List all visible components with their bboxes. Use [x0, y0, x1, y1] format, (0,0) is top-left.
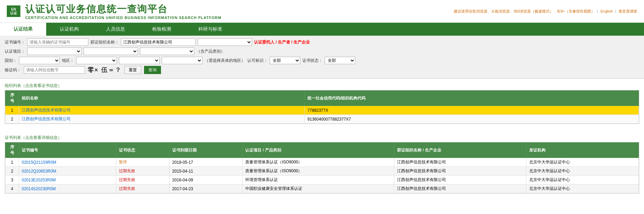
cert-row-org: 江西创声信息技术有限公司	[394, 158, 526, 167]
cert-row-num: 1	[5, 158, 19, 167]
country-select[interactable]	[19, 57, 60, 64]
product-type-label: （含产品类别）	[196, 49, 225, 54]
search-row-3: 国别： 地区： （需选择具体的地区） 认可标识： 全部 证书状态： 全部	[5, 57, 639, 64]
cert-row-no: 02013E20253R0M	[19, 176, 116, 184]
cert-row-status: 过期失效	[116, 176, 169, 184]
cert-no-label: 证书编号：	[5, 39, 25, 45]
table-row[interactable]: 4 02014S20230R0M 过期失效 2017-04-23 中国职业健康安…	[5, 184, 639, 193]
cert-row-num: 4	[5, 184, 19, 193]
nav-item-cert-org[interactable]: 认证机构	[46, 23, 92, 36]
cert-row-num: 3	[5, 176, 19, 184]
captcha-display: 零× 伍＝？	[88, 66, 122, 74]
region-hint: （需选择具体的地区）	[204, 58, 245, 64]
table-row[interactable]: 2 02012Q20653R0M 过期失效 2015-04-11 质量管理体系认…	[5, 167, 639, 176]
cert-section-title[interactable]: 证书列表（点击查看详细信息）	[5, 133, 639, 142]
cert-no-input[interactable]	[27, 38, 88, 46]
cert-item-label: 认证项目：	[5, 49, 25, 54]
search-row-1: 证书编号： 获证组织名称： 认证委托人 / 生产者 / 生产企业	[5, 38, 639, 46]
search-row-captcha: 验证码： 零× 伍＝？ 重置 查询	[5, 66, 639, 74]
cert-row-status: 过期失效	[116, 167, 169, 176]
cert-status-select[interactable]: 全部	[325, 57, 355, 64]
cert-row-item: 质量管理体系认证（ISO9000）	[243, 158, 394, 167]
cert-subitem-select[interactable]	[84, 48, 138, 55]
org-row-num: 2	[5, 115, 19, 124]
org-row-code: 77882377X	[305, 106, 639, 115]
cert-row-org: 江西创声信息技术有限公司	[394, 167, 526, 176]
org-row-name: 江西创声信息技术有限公司	[19, 115, 305, 124]
reset-button[interactable]: 重置	[124, 66, 141, 74]
org-row-code: 91360400077882377X7	[305, 115, 639, 124]
org-section: 组织列表（点击查看证书信息） 序号 组织名称 统一社会信用代码/组织机构代码 1…	[5, 82, 639, 124]
cert-row-no: 02012Q20653R0M	[19, 167, 116, 176]
search-row-2: 认证项目： （含产品类别）	[5, 48, 639, 55]
cert-table-header: 序号 证书编号 证书状态 证书到期日期 认证项目 / 产品类别 获证组织名称 /…	[5, 143, 639, 158]
captcha-input[interactable]	[24, 66, 85, 74]
header: EN认证 认证认可业务信息统一查询平台 CERTIFICATION AND AC…	[0, 0, 644, 23]
table-row[interactable]: 2 江西创声信息技术有限公司 91360400077882377X7	[5, 115, 639, 124]
cert-row-num: 2	[5, 167, 19, 176]
cert-row-issuer: 北京中大华远认证中心	[526, 184, 639, 193]
table-row[interactable]: 3 02013E20253R0M 过期失效 2016-04-09 环境管理体系认…	[5, 176, 639, 184]
cert-row-org: 江西创声信息技术有限公司	[394, 184, 526, 193]
cert-row-issuer: 北京中大华远认证中心	[526, 167, 639, 176]
org-table: 序号 组织名称 统一社会信用代码/组织机构代码 1 江西创声信息技术有限公司 7…	[5, 90, 639, 124]
logo-en: EN认证	[10, 7, 17, 15]
cert-col-item: 认证项目 / 产品类别	[243, 143, 394, 158]
country-label: 国别：	[5, 58, 17, 64]
cert-col-num: 序号	[5, 143, 19, 158]
table-row[interactable]: 1 02015Q21159R0M 暂停 2018-05-17 质量管理体系认证（…	[5, 158, 639, 167]
trust-label: 认证委托人 / 生产者 / 生产企业	[254, 39, 310, 45]
cert-row-org: 江西创声信息技术有限公司	[394, 176, 526, 184]
search-area: 证书编号： 获证组织名称： 认证委托人 / 生产者 / 生产企业 认证项目： （…	[0, 36, 644, 79]
header-right: 建议使用谷歌浏览器、火狐浏览器、360浏览器（极速模式）、IE9+（非兼容性视图…	[454, 9, 637, 14]
org-name-label: 获证组织名称：	[90, 39, 119, 45]
cert-row-expire: 2016-04-09	[169, 176, 243, 184]
cert-row-expire: 2018-05-17	[169, 158, 243, 167]
site-title-zh: 认证认可业务信息统一查询平台	[25, 3, 221, 16]
cert-item-select[interactable]	[27, 48, 82, 55]
region-label: 地区：	[62, 58, 74, 64]
cert-row-issuer: 北京中大华远认证中心	[526, 158, 639, 167]
province-select[interactable]	[76, 57, 117, 64]
cert-row-status: 暂停	[116, 158, 169, 167]
org-type-select[interactable]	[198, 38, 252, 46]
lang-en-link[interactable]: English	[601, 9, 613, 13]
cert-row-item: 环境管理体系认证	[243, 176, 394, 184]
header-suggestion: 建议使用谷歌浏览器、火狐浏览器、360浏览器（极速模式）、IE9+（非兼容性视图…	[454, 9, 637, 14]
org-col-code: 统一社会信用代码/组织机构代码	[305, 91, 639, 106]
logo: EN认证	[7, 5, 20, 17]
cert-col-issuer: 发证机构	[526, 143, 639, 158]
org-table-header: 序号 组织名称 统一社会信用代码/组织机构代码	[5, 91, 639, 106]
nav: 认证结果 认证机构 人员信息 检验检测 科研与标准	[0, 23, 644, 36]
org-col-name: 组织名称	[19, 91, 305, 106]
feedback-link[interactable]: 黄意度调查	[619, 9, 637, 13]
org-row-name: 江西创声信息技术有限公司	[19, 106, 305, 115]
cert-col-org: 获证组织名称 / 生产企业	[394, 143, 526, 158]
org-col-num: 序号	[5, 91, 19, 106]
district-select[interactable]	[162, 57, 202, 64]
cert-col-status: 证书状态	[116, 143, 169, 158]
query-button[interactable]: 查询	[144, 66, 161, 74]
nav-item-inspection[interactable]: 检验检测	[139, 23, 185, 36]
cert-row-status: 过期失效	[116, 184, 169, 193]
cert-col-expire: 证书到期日期	[169, 143, 243, 158]
product-type-select[interactable]	[140, 48, 194, 55]
header-title: 认证认可业务信息统一查询平台 CERTIFICATION AND ACCREDI…	[25, 3, 221, 20]
org-table-wrap: 序号 组织名称 统一社会信用代码/组织机构代码 1 江西创声信息技术有限公司 7…	[5, 90, 639, 124]
city-select[interactable]	[119, 57, 160, 64]
cert-row-no: 02014S20230R0M	[19, 184, 116, 193]
org-section-title[interactable]: 组织列表（点击查看证书信息）	[5, 82, 639, 90]
cert-row-item: 质量管理体系认证（ISO9000）	[243, 167, 394, 176]
org-name-input[interactable]	[121, 38, 196, 46]
nav-item-research[interactable]: 科研与标准	[185, 23, 236, 36]
accred-select[interactable]: 全部	[270, 57, 300, 64]
accred-label: 认可标识：	[247, 58, 268, 64]
nav-item-cert-result[interactable]: 认证结果	[0, 23, 46, 36]
cert-table-wrap: 序号 证书编号 证书状态 证书到期日期 认证项目 / 产品类别 获证组织名称 /…	[5, 142, 639, 194]
table-row[interactable]: 1 江西创声信息技术有限公司 77882377X	[5, 106, 639, 115]
nav-item-personnel[interactable]: 人员信息	[92, 23, 139, 36]
org-row-num: 1	[5, 106, 19, 115]
cert-col-no: 证书编号	[19, 143, 116, 158]
cert-row-no: 02015Q21159R0M	[19, 158, 116, 167]
cert-table: 序号 证书编号 证书状态 证书到期日期 认证项目 / 产品类别 获证组织名称 /…	[5, 142, 639, 193]
